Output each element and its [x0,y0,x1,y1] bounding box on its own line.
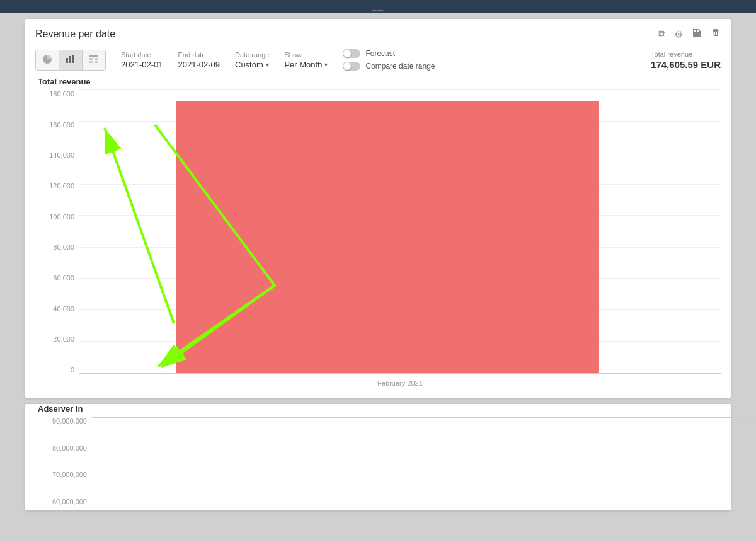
chart-container-1: 0 20,000 40,000 60,000 80,000 100,000 12… [35,90,721,393]
chart-type-buttons [35,50,106,71]
svg-rect-1 [69,56,71,63]
y-label-180k: 180,000 [35,90,74,98]
top-bar: ⎯⎯ [0,0,756,13]
compare-toggle-thumb [343,62,351,70]
total-revenue-group: Total revenue 174,605.59 EUR [651,50,721,70]
date-range-select[interactable]: Custom ▾ [235,60,269,69]
compare-toggle-row: Compare date range [343,62,435,71]
date-range-value: Custom [235,60,263,69]
chart-container-2: 60,000,000 70,000,000 80,000,000 90,000,… [35,417,721,505]
compare-label: Compare date range [365,62,435,71]
external-link-icon[interactable]: ⧉ [658,28,665,40]
chart-section: Total revenue 0 20,000 40,000 60,000 80,… [25,77,731,398]
end-date-group: End date 2021-02-09 [178,51,220,69]
show-select[interactable]: Per Month ▾ [284,60,328,69]
bar-chart-button[interactable] [59,50,83,70]
toggle-group: Forecast Compare date range [343,49,435,71]
forecast-toggle-thumb [343,50,351,57]
y-label2-80m: 80,000,000 [35,444,87,452]
y-label2-60m: 60,000,000 [35,498,87,505]
gridline-9 [79,89,721,90]
date-range-arrow: ▾ [266,61,269,68]
adserver-card: Adserver in 60,000,000 70,000,000 80,000… [25,404,731,510]
svg-rect-4 [89,58,93,60]
table-chart-button[interactable] [83,50,105,70]
y-axis-2: 60,000,000 70,000,000 80,000,000 90,000,… [35,417,92,505]
end-date-label: End date [178,51,220,59]
date-range-group: Date range Custom ▾ [235,51,269,69]
total-revenue-value: 174,605.59 EUR [651,59,721,70]
show-value: Per Month [284,60,322,69]
plot-area-2 [92,417,756,418]
total-revenue-label: Total revenue [651,50,721,58]
y-label-40k: 40,000 [35,305,74,313]
show-label: Show [284,51,328,59]
toolbar: Start date 2021-02-01 End date 2021-02-0… [25,45,731,77]
adserver-chart-section: Adserver in 60,000,000 70,000,000 80,000… [25,404,731,510]
card-title: Revenue per date [35,28,115,40]
show-arrow: ▾ [324,61,328,68]
y-label2-90m: 90,000,000 [35,417,87,425]
section-title-1: Total revenue [35,77,721,86]
y-label-160k: 160,000 [35,121,74,129]
show-group: Show Per Month ▾ [284,51,328,69]
y-label-100k: 100,000 [35,213,74,221]
forecast-toggle[interactable] [343,49,360,58]
revenue-card: Revenue per date ⧉ ⚙ [25,19,731,398]
app-wrapper: ⎯⎯ Revenue per date ⧉ ⚙ [0,0,756,542]
end-date-value[interactable]: 2021-02-09 [178,60,220,69]
menu-icon: ⎯⎯ [372,1,384,11]
svg-rect-0 [66,58,68,63]
svg-rect-2 [72,55,74,63]
y-label-20k: 20,000 [35,335,74,343]
revenue-bar [176,101,599,373]
compare-toggle[interactable] [343,62,360,71]
x-axis-1: February 2021 [79,374,721,393]
date-range-label: Date range [235,51,269,59]
section-title-2: Adserver in [35,404,721,413]
y-label-140k: 140,000 [35,151,74,159]
x-label-feb: February 2021 [377,379,423,387]
y-axis-1: 0 20,000 40,000 60,000 80,000 100,000 12… [35,90,79,374]
forecast-toggle-row: Forecast [343,49,435,58]
header-icons: ⧉ ⚙ [658,28,721,40]
svg-rect-6 [89,61,93,63]
svg-rect-3 [89,55,98,57]
forecast-label: Forecast [365,49,395,58]
y-label-60k: 60,000 [35,274,74,282]
svg-rect-5 [94,58,98,60]
y-label-80k: 80,000 [35,243,74,251]
y-label2-70m: 70,000,000 [35,471,87,478]
card-header: Revenue per date ⧉ ⚙ [25,19,731,45]
delete-icon[interactable] [711,28,721,40]
start-date-group: Start date 2021-02-01 [121,51,163,69]
y-label-120k: 120,000 [35,182,74,190]
svg-rect-7 [94,61,98,63]
start-date-value[interactable]: 2021-02-01 [121,60,163,69]
plot-area-1 [79,90,721,374]
y-label-0: 0 [35,366,74,374]
pie-chart-button[interactable] [36,50,59,70]
start-date-label: Start date [121,51,163,59]
save-icon[interactable] [692,28,702,40]
settings-icon[interactable]: ⚙ [674,28,683,40]
